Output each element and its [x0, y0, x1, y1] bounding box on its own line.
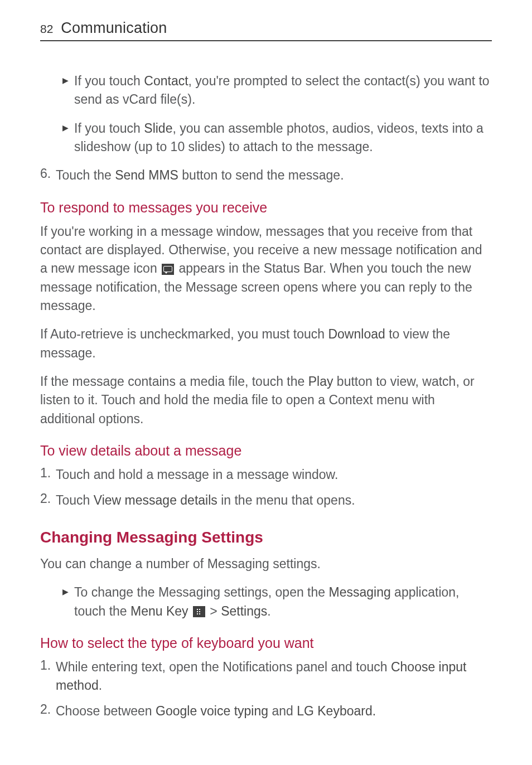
changing-bullet: ▶ To change the Messaging settings, open… [40, 583, 492, 621]
text: If the message contains a media file, to… [40, 374, 308, 389]
triangle-bullet-icon: ▶ [62, 123, 69, 132]
keyboard-heading: How to select the type of keyboard you w… [40, 635, 492, 651]
contact-label: Contact [144, 74, 188, 88]
text: . [267, 604, 270, 618]
text: > [206, 604, 221, 618]
bullet-contact-text: If you touch Contact, you're prompted to… [74, 72, 492, 109]
lg-keyboard-label: LG Keyboard. [297, 704, 376, 718]
page-header: 82 Communication [40, 20, 492, 41]
step-number: 1. [40, 658, 56, 673]
text [188, 604, 192, 618]
bullet-contact: ▶ If you touch Contact, you're prompted … [40, 72, 492, 109]
text: in the menu that opens. [217, 493, 355, 507]
text: If you touch [74, 121, 144, 135]
respond-p2: If Auto-retrieve is uncheckmarked, you m… [40, 325, 492, 362]
text: Touch the [56, 168, 115, 182]
text: button to send the message. [178, 168, 344, 182]
header-title: Communication [61, 20, 167, 37]
page-content: 82 Communication ▶ If you touch Contact,… [0, 0, 532, 755]
details-step-2-text: Touch View message details in the menu t… [56, 491, 355, 510]
menu-key-label: Menu Key [130, 604, 188, 618]
send-mms-label: Send MMS [115, 168, 178, 182]
details-heading: To view details about a message [40, 443, 492, 459]
bullet-slide: ▶ If you touch Slide, you can assemble p… [40, 119, 492, 157]
keyboard-step-1-text: While entering text, open the Notificati… [56, 658, 492, 695]
step-number: 2. [40, 491, 56, 506]
text: If you touch [74, 74, 144, 88]
menu-key-icon [193, 606, 205, 617]
keyboard-step-2: 2. Choose between Google voice typing an… [40, 702, 492, 720]
text: Choose between [56, 704, 156, 718]
changing-bullet-text: To change the Messaging settings, open t… [74, 583, 492, 621]
text: . [99, 678, 102, 693]
triangle-bullet-icon: ▶ [62, 76, 69, 85]
step-6-text: Touch the Send MMS button to send the me… [56, 166, 344, 185]
messaging-label: Messaging [328, 585, 390, 599]
changing-heading: Changing Messaging Settings [40, 529, 492, 546]
text: and [268, 704, 297, 718]
google-voice-label: Google voice typing [156, 704, 268, 718]
details-step-2: 2. Touch View message details in the men… [40, 491, 492, 510]
changing-bullets: ▶ To change the Messaging settings, open… [40, 583, 492, 621]
text: While entering text, open the Notificati… [56, 660, 391, 674]
changing-intro: You can change a number of Messaging set… [40, 555, 492, 573]
text: Touch [56, 493, 94, 507]
text: If Auto-retrieve is uncheckmarked, you m… [40, 327, 328, 341]
keyboard-step-2-text: Choose between Google voice typing and L… [56, 702, 376, 720]
details-step-1: 1. Touch and hold a message in a message… [40, 466, 492, 484]
settings-label: Settings [221, 604, 267, 618]
text: To change the Messaging settings, open t… [74, 585, 328, 599]
top-bullets: ▶ If you touch Contact, you're prompted … [40, 72, 492, 156]
download-label: Download [328, 327, 385, 341]
slide-label: Slide [144, 121, 172, 135]
message-icon [162, 264, 174, 275]
step-number: 2. [40, 702, 56, 717]
view-details-label: View message details [94, 493, 217, 507]
respond-p1: If you're working in a message window, m… [40, 222, 492, 316]
step-6: 6. Touch the Send MMS button to send the… [40, 166, 492, 185]
details-step-1-text: Touch and hold a message in a message wi… [56, 466, 338, 484]
respond-heading: To respond to messages you receive [40, 200, 492, 216]
keyboard-step-1: 1. While entering text, open the Notific… [40, 658, 492, 695]
respond-p3: If the message contains a media file, to… [40, 372, 492, 428]
triangle-bullet-icon: ▶ [62, 587, 69, 596]
step-number: 6. [40, 166, 56, 181]
bullet-slide-text: If you touch Slide, you can assemble pho… [74, 119, 492, 157]
page-number: 82 [40, 22, 53, 36]
play-label: Play [308, 374, 333, 389]
step-number: 1. [40, 466, 56, 481]
